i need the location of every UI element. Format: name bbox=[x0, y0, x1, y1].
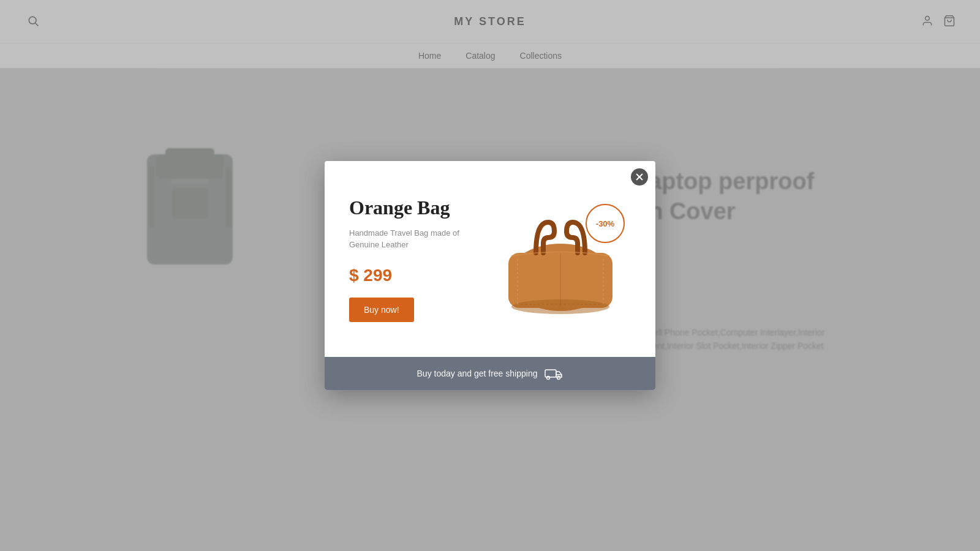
modal-product-name: Orange Bag bbox=[349, 196, 472, 219]
discount-badge: -30% bbox=[586, 204, 625, 243]
modal-product-desc: Handmade Travel Bag made of Genuine Leat… bbox=[349, 227, 472, 251]
modal-text-section: Orange Bag Handmade Travel Bag made of G… bbox=[349, 196, 484, 321]
modal-footer-text: Buy today and get free shipping bbox=[417, 369, 538, 378]
promo-modal: Orange Bag Handmade Travel Bag made of G… bbox=[325, 161, 655, 390]
modal-overlay: Orange Bag Handmade Travel Bag made of G… bbox=[0, 0, 980, 551]
modal-close-button[interactable] bbox=[631, 168, 648, 186]
svg-rect-20 bbox=[545, 370, 556, 377]
svg-point-21 bbox=[547, 377, 550, 380]
modal-image-section: -30% bbox=[484, 192, 637, 326]
buy-now-button[interactable]: Buy now! bbox=[349, 298, 414, 322]
svg-point-22 bbox=[557, 377, 560, 380]
close-icon bbox=[636, 173, 643, 181]
modal-body: Orange Bag Handmade Travel Bag made of G… bbox=[325, 161, 655, 357]
modal-footer: Buy today and get free shipping bbox=[325, 357, 655, 390]
modal-price: $ 299 bbox=[349, 266, 472, 285]
truck-icon bbox=[545, 367, 563, 380]
